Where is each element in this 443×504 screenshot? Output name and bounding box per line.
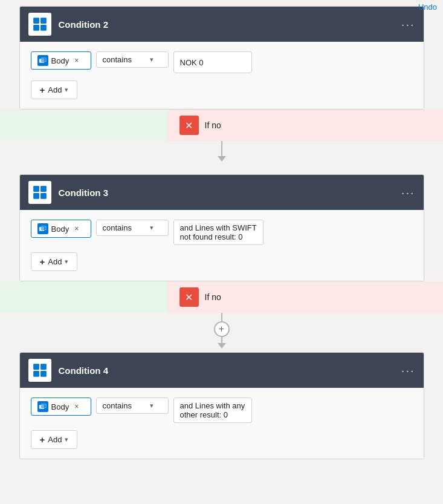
condition-2-header: Condition 2 ··· [20,7,424,42]
add-connector-button[interactable]: + [214,321,230,337]
ifno-right-1 [276,110,444,141]
condition-2-operator-select[interactable]: contains ▾ [96,51,169,68]
svg-rect-2 [33,25,39,31]
condition-3-add-button[interactable]: + Add ▾ [31,252,78,271]
condition-4-row: O Body × contains ▾ and Lines with any o… [31,398,413,423]
connector-1 [0,141,443,174]
svg-rect-10 [40,193,47,199]
connector-line-bottom-2 [221,337,222,343]
condition-4-body-chip[interactable]: O Body × [31,398,91,416]
connector-line-top-2 [221,313,222,321]
condition-2-menu[interactable]: ··· [401,18,415,30]
arrow-icon-1 [218,156,226,162]
undo-button[interactable]: Undo [418,2,437,11]
add-chevron-icon: ▾ [65,86,68,94]
condition-2-body: O Body × contains ▾ NOK 0 + Add ▾ [20,42,424,109]
condition-2-chip-label: Body [51,56,70,65]
condition-4-chip-label: Body [51,402,70,411]
operator-chevron-icon-4: ▾ [150,402,154,410]
condition-2-chip-close[interactable]: × [74,56,79,65]
condition-4-chip-close[interactable]: × [74,402,79,411]
ifno-label-1: If no [205,120,221,130]
ifno-label-2: If no [205,292,221,302]
condition-3-body: O Body × contains ▾ and Lines with SWIFT… [20,210,424,281]
svg-rect-14 [33,364,39,370]
outlook-icon-3: O [37,223,48,234]
svg-text:O: O [42,227,44,230]
ifno-right-2 [276,281,444,313]
outlook-icon-4: O [37,401,48,412]
condition-4-menu[interactable]: ··· [401,364,415,376]
add-plus-icon-4: + [40,434,45,445]
condition-4-add-button[interactable]: + Add ▾ [31,430,78,449]
ifno-section-2: ✕ If no [0,281,443,313]
condition-2-icon [28,13,51,36]
condition-2-row: O Body × contains ▾ NOK 0 [31,51,413,73]
svg-rect-17 [40,371,47,377]
operator-chevron-icon-3: ▾ [150,224,154,232]
add-chevron-icon-3: ▾ [65,258,68,266]
condition-3-icon [28,181,51,204]
svg-rect-3 [40,25,47,31]
connector-2: + [0,313,443,352]
condition-3-card: Condition 3 ··· O Body × con [19,174,424,281]
condition-4-card: Condition 4 ··· O Body × con [19,352,424,459]
condition-4-operator-select[interactable]: contains ▾ [96,398,169,414]
condition-4-title: Condition 4 [59,365,394,376]
arrow-icon-2 [218,343,226,349]
condition-2-add-button[interactable]: + Add ▾ [31,80,78,99]
svg-rect-0 [33,18,39,24]
svg-text:O: O [42,59,44,62]
ifno-x-button-2[interactable]: ✕ [179,287,199,307]
operator-chevron-icon: ▾ [150,56,154,64]
svg-rect-8 [40,186,47,192]
connector-line-top-1 [221,141,222,156]
condition-3-menu[interactable]: ··· [401,186,415,198]
ifno-section-1: ✕ If no [0,110,443,141]
add-plus-icon-3: + [40,257,45,267]
condition-3-chip-label: Body [51,224,70,234]
condition-2-body-chip[interactable]: O Body × [31,51,91,70]
condition-4-icon [28,359,51,382]
condition-3-header: Condition 3 ··· [20,175,424,210]
ifno-left-2 [0,281,167,313]
svg-rect-15 [40,364,47,370]
ifno-x-button-1[interactable]: ✕ [179,116,199,135]
outlook-icon: O [37,55,48,66]
condition-4-body: O Body × contains ▾ and Lines with any o… [20,388,424,459]
ifno-middle-2: ✕ If no [167,281,276,313]
svg-rect-16 [33,371,39,377]
condition-3-body-chip[interactable]: O Body × [31,220,91,238]
svg-text:O: O [42,405,44,408]
condition-3-title: Condition 3 [59,188,394,198]
ifno-middle-1: ✕ If no [167,110,276,141]
condition-3-operator-select[interactable]: contains ▾ [96,220,169,236]
condition-3-row: O Body × contains ▾ and Lines with SWIFT… [31,220,413,245]
condition-2-card: Condition 2 ··· O Body × con [19,6,424,110]
add-plus-icon: + [40,85,45,95]
condition-4-value[interactable]: and Lines with any other result: 0 [173,398,252,423]
ifno-left-1 [0,110,167,141]
add-chevron-icon-4: ▾ [65,436,68,443]
condition-2-title: Condition 2 [59,19,394,30]
svg-rect-1 [40,18,47,24]
svg-rect-7 [33,186,39,192]
svg-rect-9 [33,193,39,199]
condition-3-chip-close[interactable]: × [74,224,79,233]
condition-4-header: Condition 4 ··· [20,353,424,388]
condition-3-value[interactable]: and Lines with SWIFT not found result: 0 [173,220,264,245]
condition-2-value[interactable]: NOK 0 [173,51,252,73]
